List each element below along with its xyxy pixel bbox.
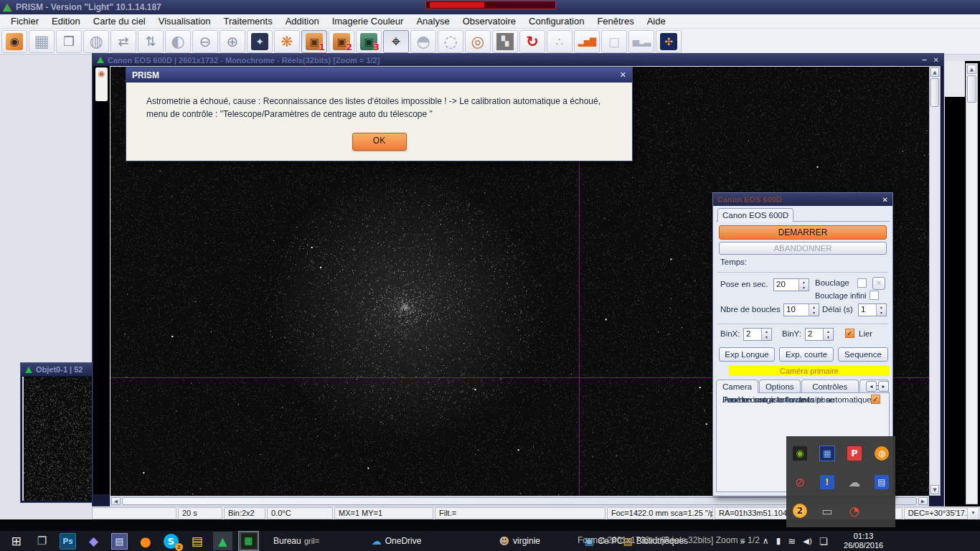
scroll-thumb[interactable]	[967, 75, 976, 103]
spinner-arrows[interactable]: ▴▾	[761, 329, 771, 340]
contrast-icon[interactable]: ◐	[165, 30, 191, 53]
scroll-left-button[interactable]: ◀	[111, 497, 121, 505]
sketch-app-icon[interactable]: ▦	[239, 532, 258, 550]
close-button[interactable]: ✕	[933, 56, 939, 64]
exposure-spinner[interactable]: 20 ▴▾	[773, 278, 809, 291]
dialog-titlebar[interactable]: PRISM ✕	[126, 67, 632, 83]
notifications-icon[interactable]: ❏	[819, 536, 828, 547]
laptop-icon[interactable]: ▭	[821, 504, 832, 518]
messenger-badge-icon[interactable]: 2	[793, 504, 807, 518]
flip-horizontal-icon[interactable]: ⇄	[110, 30, 136, 53]
mini-toolbar[interactable]: ◉	[95, 67, 108, 101]
info-globe-icon[interactable]: ◍	[83, 30, 109, 53]
tab-scroll-left-button[interactable]: ◂	[866, 381, 877, 392]
status-dropdown-button[interactable]: ▾	[967, 507, 979, 520]
menu-item[interactable]: Visualisation	[152, 14, 217, 28]
tab-canon-eos-600d[interactable]: Canon EOS 600D	[717, 208, 793, 222]
zoom-in-icon[interactable]: ⊕	[220, 30, 245, 53]
menu-item[interactable]: Configuration	[522, 14, 590, 28]
menu-item[interactable]: Traitements	[217, 14, 279, 28]
exposure-value[interactable]: 20	[774, 279, 798, 291]
sequence-button[interactable]: Sequence	[838, 347, 888, 362]
chart-icon[interactable]: ▂▅▇	[574, 30, 600, 53]
save-icon[interactable]: ▦	[29, 30, 55, 53]
ccleaner-icon[interactable]: ◔	[849, 504, 860, 518]
scroll-up-button[interactable]: ▲	[930, 67, 939, 77]
loop-infinite-checkbox[interactable]	[870, 291, 879, 300]
loop-cancel-button[interactable]: ✕	[872, 277, 885, 290]
binx-value[interactable]: 2	[744, 329, 761, 340]
firefox-icon[interactable]: ●	[136, 532, 155, 550]
spinner-arrows[interactable]: ▴▾	[798, 279, 809, 291]
loops-spinner[interactable]: 10 ▴▾	[783, 303, 819, 316]
sky-sphere-icon[interactable]: ◌	[438, 30, 463, 53]
dome-icon[interactable]: ◓	[410, 30, 436, 53]
taskbar-label-bureau[interactable]: Bureau	[270, 536, 301, 546]
security-alert-icon[interactable]: !	[820, 475, 834, 489]
vertical-scrollbar[interactable]: ▲ ▼	[929, 66, 941, 496]
camera-3-icon[interactable]: ▣ 3	[356, 30, 382, 53]
task-view-button[interactable]: ❐	[32, 532, 52, 550]
flip-vertical-icon[interactable]: ⇅	[138, 30, 164, 53]
menu-item[interactable]: Analyse	[410, 14, 456, 28]
remote-display-icon[interactable]: ▦	[819, 446, 835, 461]
dictionary-icon[interactable]: ▤	[875, 475, 889, 489]
camera-1-icon[interactable]: ▣ 1	[301, 30, 327, 53]
skype-icon[interactable]: S 2	[161, 532, 181, 550]
spinner-arrows[interactable]: ▴▾	[823, 329, 833, 340]
spinner-arrows[interactable]: ▴▾	[809, 304, 819, 316]
blank-frame-icon[interactable]: ◻	[601, 30, 627, 53]
tools-icon[interactable]: ◎	[465, 30, 491, 53]
menu-item[interactable]: Observatoire	[456, 14, 522, 28]
rotate-icon[interactable]: ↻	[519, 30, 545, 53]
start-button[interactable]: ⊞	[6, 532, 26, 550]
delay-value[interactable]: 1	[859, 304, 876, 316]
taskbar-label-virginie[interactable]: ☻ virginie	[499, 535, 540, 547]
scatter-icon[interactable]: ∴	[547, 30, 573, 53]
menu-item[interactable]: Fenêtres	[590, 14, 640, 28]
image-window-titlebar[interactable]: Canon EOS 600D | 2601x1732 - Monochrome …	[93, 54, 943, 66]
link-checkbox[interactable]	[845, 329, 854, 338]
delay-spinner[interactable]: 1 ▴▾	[858, 303, 887, 316]
volume-icon[interactable]: ◀)	[803, 537, 812, 546]
histogram-icon[interactable]: ▅▂▃	[628, 30, 654, 53]
scroll-thumb[interactable]	[930, 78, 939, 107]
short-exposure-button[interactable]: Exp. courte	[779, 347, 834, 362]
zoom-out-icon[interactable]: ⊖	[192, 30, 218, 53]
option-checkbox[interactable]	[871, 395, 880, 404]
menu-item[interactable]: Carte du ciel	[87, 14, 152, 28]
background-window-scrollbar[interactable]: ▲	[966, 63, 978, 504]
image-copy-icon[interactable]: ❐	[56, 30, 82, 53]
media-player-icon[interactable]: ▤	[110, 532, 129, 550]
gem-icon[interactable]: ◆	[84, 532, 103, 550]
nvidia-icon[interactable]: ◉	[793, 446, 807, 461]
camera-2-icon[interactable]: ▣ 2	[329, 30, 354, 53]
biny-spinner[interactable]: 2 ▴▾	[805, 328, 834, 341]
scroll-right-button[interactable]: ▶	[918, 497, 928, 505]
taskbar-label-onedrive[interactable]: ☁ OneDrive	[372, 535, 422, 547]
scroll-down-button[interactable]: ▼	[930, 485, 939, 494]
prism-taskbar-icon[interactable]: ▲	[213, 532, 232, 550]
tray-expand-icon[interactable]: ∧	[763, 536, 769, 546]
loop-checkbox[interactable]	[857, 278, 867, 288]
minimize-button[interactable]: −	[921, 56, 927, 64]
cloud-icon[interactable]: ☁	[849, 475, 861, 489]
gear-icon[interactable]: ❋	[274, 30, 300, 53]
ok-button[interactable]: OK	[352, 133, 407, 151]
parallels-icon[interactable]: P	[847, 446, 862, 461]
camera-panel-titlebar[interactable]: Canon EOS 600D ✕	[713, 193, 892, 206]
objet-window-titlebar[interactable]: Objet0-1 | 52	[21, 363, 100, 376]
menu-item[interactable]: Imagerie Couleur	[326, 14, 410, 28]
menu-item[interactable]: Fichier	[4, 14, 45, 28]
battery-icon[interactable]: ▮	[776, 536, 781, 546]
dialog-close-icon[interactable]: ✕	[620, 70, 626, 80]
biny-value[interactable]: 2	[806, 329, 823, 340]
long-exposure-button[interactable]: Exp Longue	[719, 347, 775, 362]
menu-item[interactable]: Aide	[641, 14, 672, 28]
menu-item[interactable]: Edition	[45, 14, 87, 28]
photoshop-icon[interactable]: Ps	[58, 532, 77, 550]
avast-icon[interactable]: ◍	[875, 446, 889, 461]
robot-arm-icon[interactable]: ✣	[656, 30, 682, 53]
start-button[interactable]: DEMARRER	[719, 225, 887, 240]
taskbar-clock[interactable]: 01:13 26/08/2016	[838, 532, 890, 550]
